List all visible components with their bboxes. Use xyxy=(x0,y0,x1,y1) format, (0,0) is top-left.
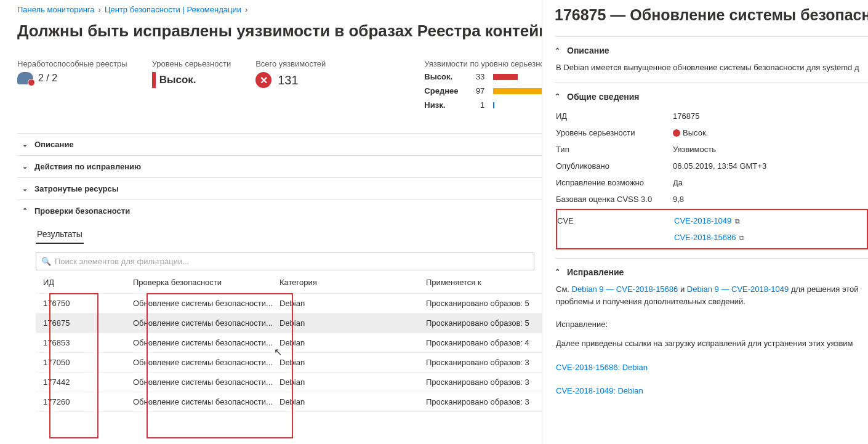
col-app[interactable]: Применяется к xyxy=(426,278,542,287)
cell-cat: Debian xyxy=(279,318,426,328)
cve-link-2[interactable]: CVE-2018-15686 xyxy=(674,233,736,242)
highlight-box xyxy=(50,294,97,437)
external-link-icon: ⧉ xyxy=(739,234,744,241)
page-title: Должны быть исправлены уязвимости в обра… xyxy=(17,22,542,41)
severity-bar-icon xyxy=(152,72,156,88)
dl-link-1[interactable]: CVE-2018-15686: Debian xyxy=(556,363,648,372)
section-general[interactable]: ⌃Общие сведения xyxy=(555,92,868,102)
summary-row: Неработоспособные реестры 2 / 2 Уровень … xyxy=(17,59,542,115)
cve-link-1[interactable]: CVE-2018-1049 xyxy=(674,216,731,225)
fix-link-1[interactable]: Debian 9 — CVE-2018-15686 xyxy=(572,285,678,294)
chevron-down-icon: ⌄ xyxy=(22,185,28,193)
cell-app: Просканировано образов: 3 xyxy=(426,397,542,406)
sev-high-count: 33 xyxy=(470,72,484,81)
sev-med-count: 97 xyxy=(470,86,484,95)
sev-low-bar xyxy=(493,102,494,108)
section-description[interactable]: ⌃Описание xyxy=(555,46,868,55)
cell-cat: Debian xyxy=(279,377,426,387)
cloud-icon xyxy=(17,72,33,84)
cell-cat: Debian xyxy=(279,397,426,406)
search-icon: 🔍 xyxy=(41,257,51,266)
chevron-down-icon: ⌄ xyxy=(22,163,28,171)
tab-results[interactable]: Результаты xyxy=(36,225,84,244)
cell-cat: Debian xyxy=(279,299,426,308)
breadcrumb-security[interactable]: Центр безопасности | Рекомендации xyxy=(105,5,241,14)
sev-med-name: Среднее xyxy=(424,86,461,95)
unhealthy-label: Неработоспособные реестры xyxy=(17,59,127,68)
dl-link-2[interactable]: CVE-2018-1049: Debian xyxy=(556,386,643,395)
col-check[interactable]: Проверка безопасности xyxy=(133,278,279,287)
col-id[interactable]: ИД xyxy=(36,278,133,287)
sev-high-name: Высок. xyxy=(424,72,461,81)
breadcrumb: Панель мониторинга › Центр безопасности … xyxy=(17,5,542,14)
breadcrumb-dashboard[interactable]: Панель мониторинга xyxy=(17,5,95,14)
severity-label: Уровень серьезности xyxy=(152,59,231,68)
detail-panel: 176875 — Обновление системы безопасности… xyxy=(542,0,868,444)
panel-title: 176875 — Обновление системы безопасности xyxy=(555,6,868,24)
search-input[interactable]: 🔍 Поиск элементов для фильтрации... xyxy=(36,252,534,270)
col-cat[interactable]: Категория xyxy=(279,278,426,287)
severity-dot-icon xyxy=(673,129,680,137)
highlight-box xyxy=(148,294,292,437)
error-icon: ✕ xyxy=(255,72,271,88)
total-label: Всего уязвимостей xyxy=(255,59,326,68)
cell-cat: Debian xyxy=(279,358,426,367)
fix-link-2[interactable]: Debian 9 — CVE-2018-1049 xyxy=(687,285,789,294)
acc-remediation[interactable]: ⌄Действия по исправлению xyxy=(17,156,542,178)
chevron-up-icon: ⌃ xyxy=(22,207,28,215)
severity-value: Высок. xyxy=(159,74,196,86)
sev-high-bar xyxy=(493,74,518,80)
cell-app: Просканировано образов: 3 xyxy=(426,377,542,387)
section-remediation[interactable]: ⌃Исправление xyxy=(555,267,868,277)
cell-app: Просканировано образов: 5 xyxy=(426,299,542,308)
external-link-icon: ⧉ xyxy=(735,217,740,225)
cell-cat: Debian xyxy=(279,338,426,347)
main-panel: Панель мониторинга › Центр безопасности … xyxy=(0,0,542,444)
chevron-up-icon: ⌃ xyxy=(555,268,561,276)
unhealthy-value: 2 / 2 xyxy=(38,73,57,84)
sev-med-bar xyxy=(493,88,542,94)
chevron-up-icon: ⌃ xyxy=(555,47,561,55)
chevron-up-icon: ⌃ xyxy=(555,92,561,100)
cell-app: Просканировано образов: 5 xyxy=(426,318,542,328)
acc-checks[interactable]: ⌃Проверки безопасности xyxy=(17,200,542,222)
acc-description[interactable]: ⌄Описание xyxy=(17,134,542,156)
total-value: 131 xyxy=(278,73,298,87)
chevron-down-icon: ⌄ xyxy=(22,140,28,148)
bysev-label: Уязвимости по уровню серьезности xyxy=(424,59,542,68)
sev-low-count: 1 xyxy=(470,100,484,110)
description-text: В Debian имеется выпущенное обновление с… xyxy=(555,62,868,74)
sev-low-name: Низк. xyxy=(424,100,461,110)
cell-app: Просканировано образов: 3 xyxy=(426,358,542,367)
chevron-right-icon: › xyxy=(98,5,101,14)
chevron-right-icon: › xyxy=(245,5,247,14)
acc-affected[interactable]: ⌄Затронутые ресурсы xyxy=(17,178,542,200)
cell-app: Просканировано образов: 4 xyxy=(426,338,542,347)
